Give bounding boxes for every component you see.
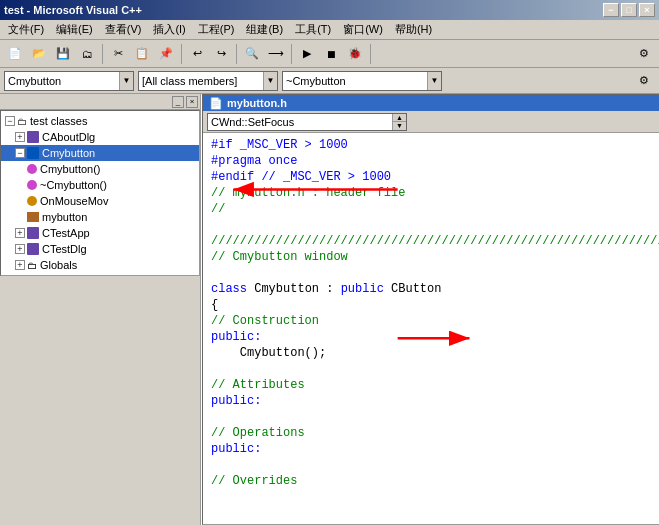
- file-dropdown-value: ~Cmybutton: [283, 75, 427, 87]
- panel-close-btn[interactable]: ×: [186, 96, 198, 108]
- tree-item-globals[interactable]: + 🗀 Globals: [1, 257, 199, 273]
- class-tree-panel: − 🗀 test classes + CAboutDlg − Cmybutton: [0, 110, 200, 276]
- title-bar: test - Microsoft Visual C++ − □ ×: [0, 0, 659, 20]
- code-container: #if _MSC_VER > 1000#pragma once#endif //…: [203, 133, 659, 524]
- panel-min-btn[interactable]: _: [172, 96, 184, 108]
- menu-tools[interactable]: 工具(T): [289, 20, 337, 39]
- root-folder-icon: 🗀: [17, 116, 27, 127]
- stop-button[interactable]: ⏹: [320, 43, 342, 65]
- menu-window[interactable]: 窗口(W): [337, 20, 389, 39]
- menu-file[interactable]: 文件(F): [2, 20, 50, 39]
- root-expand-icon[interactable]: −: [5, 116, 15, 126]
- code-editor[interactable]: #if _MSC_VER > 1000#pragma once#endif //…: [203, 133, 659, 524]
- debug-button[interactable]: 🐞: [344, 43, 366, 65]
- code-line-14: Cmybutton();: [211, 345, 659, 361]
- member-dropdown-arrow[interactable]: ▼: [263, 72, 277, 90]
- tree-root-label: test classes: [30, 115, 87, 127]
- new-button[interactable]: 📄: [4, 43, 26, 65]
- code-line-21: [211, 457, 659, 473]
- menu-view[interactable]: 查看(V): [99, 20, 148, 39]
- config-button[interactable]: ⚙: [633, 43, 655, 65]
- find-button[interactable]: 🔍: [241, 43, 263, 65]
- minimize-button[interactable]: −: [603, 3, 619, 17]
- editor-method-toolbar: CWnd::SetFocus ▲ ▼: [203, 111, 659, 133]
- tree-item-ctestdlg[interactable]: + CTestDlg: [1, 241, 199, 257]
- tree-label-cmybutton: Cmybutton: [42, 147, 95, 159]
- class-dropdown-arrow[interactable]: ▼: [119, 72, 133, 90]
- code-line-13: public:: [211, 329, 659, 345]
- member-dropdown[interactable]: [All class members] ▼: [138, 71, 278, 91]
- tree-item-cmybutton[interactable]: − Cmybutton: [1, 145, 199, 161]
- tree-item-cmybutton-destructor[interactable]: ~Cmybutton(): [1, 177, 199, 193]
- tree-root[interactable]: − 🗀 test classes: [1, 113, 199, 129]
- tree-item-onmousemov[interactable]: OnMouseMov: [1, 193, 199, 209]
- class-toolbar: Cmybutton ▼ [All class members] ▼ ~Cmybu…: [0, 68, 659, 94]
- separator-2: [181, 44, 182, 64]
- code-line-17: public:: [211, 393, 659, 409]
- paste-button[interactable]: 📌: [155, 43, 177, 65]
- tree-label-caboutdlg: CAboutDlg: [42, 131, 95, 143]
- tree-item-cmybutton-constructor[interactable]: Cmybutton(): [1, 161, 199, 177]
- constructor-func-icon: [27, 164, 37, 174]
- window-title: test - Microsoft Visual C++: [4, 4, 603, 16]
- method-dropdown[interactable]: CWnd::SetFocus ▲ ▼: [207, 113, 407, 131]
- ctestapp-expand-icon[interactable]: +: [15, 228, 25, 238]
- copy-button[interactable]: 📋: [131, 43, 153, 65]
- method-down-arrow[interactable]: ▼: [393, 122, 406, 130]
- code-line-1: #if _MSC_VER > 1000: [211, 137, 659, 153]
- main-toolbar: 📄 📂 💾 🗂 ✂ 📋 📌 ↩ ↪ 🔍 ⟶ ▶ ⏹ 🐞 ⚙: [0, 40, 659, 68]
- cut-button[interactable]: ✂: [107, 43, 129, 65]
- menu-edit[interactable]: 编辑(E): [50, 20, 99, 39]
- class-dropdown-value: Cmybutton: [5, 75, 119, 87]
- globals-folder-icon: 🗀: [27, 260, 37, 271]
- code-line-6: [211, 217, 659, 233]
- close-button[interactable]: ×: [639, 3, 655, 17]
- tree-label-destructor: ~Cmybutton(): [40, 179, 107, 191]
- build-button[interactable]: ▶: [296, 43, 318, 65]
- member-dropdown-value: [All class members]: [139, 75, 263, 87]
- caboutdlg-class-icon: [27, 131, 39, 143]
- cmybutton-expand-icon[interactable]: −: [15, 148, 25, 158]
- tree-item-mybutton[interactable]: mybutton: [1, 209, 199, 225]
- tree-label-onmousemov: OnMouseMov: [40, 195, 108, 207]
- tree-label-mybutton: mybutton: [42, 211, 87, 223]
- menu-help[interactable]: 帮助(H): [389, 20, 438, 39]
- file-dropdown-arrow[interactable]: ▼: [427, 72, 441, 90]
- code-line-3: #endif // _MSC_VER > 1000: [211, 169, 659, 185]
- findnext-button[interactable]: ⟶: [265, 43, 287, 65]
- globals-expand-icon[interactable]: +: [15, 260, 25, 270]
- menu-insert[interactable]: 插入(I): [147, 20, 191, 39]
- code-line-19: // Operations: [211, 425, 659, 441]
- maximize-button[interactable]: □: [621, 3, 637, 17]
- redo-button[interactable]: ↪: [210, 43, 232, 65]
- ctestdlg-expand-icon[interactable]: +: [15, 244, 25, 254]
- method-up-arrow[interactable]: ▲: [393, 114, 406, 123]
- open-button[interactable]: 📂: [28, 43, 50, 65]
- panel-titlebar: _ ×: [0, 94, 200, 110]
- code-line-22: // Overrides: [211, 473, 659, 489]
- code-line-5: //: [211, 201, 659, 217]
- tree-label-ctestapp: CTestApp: [42, 227, 90, 239]
- tree-item-ctestapp[interactable]: + CTestApp: [1, 225, 199, 241]
- caboutdlg-expand-icon[interactable]: +: [15, 132, 25, 142]
- undo-button[interactable]: ↩: [186, 43, 208, 65]
- save-all-button[interactable]: 🗂: [76, 43, 98, 65]
- code-line-4: // mybutton.h : header file: [211, 185, 659, 201]
- properties-button[interactable]: ⚙: [633, 70, 655, 92]
- menu-bar: 文件(F) 编辑(E) 查看(V) 插入(I) 工程(P) 组建(B) 工具(T…: [0, 20, 659, 40]
- editor-file-icon: 📄: [209, 97, 223, 110]
- class-tree: − 🗀 test classes + CAboutDlg − Cmybutton: [1, 111, 199, 275]
- code-line-11: {: [211, 297, 659, 313]
- code-line-7: ////////////////////////////////////////…: [211, 233, 659, 249]
- tree-label-globals: Globals: [40, 259, 77, 271]
- file-dropdown[interactable]: ~Cmybutton ▼: [282, 71, 442, 91]
- tree-label-constructor: Cmybutton(): [40, 163, 101, 175]
- destructor-func-icon: [27, 180, 37, 190]
- tree-item-caboutdlg[interactable]: + CAboutDlg: [1, 129, 199, 145]
- save-button[interactable]: 💾: [52, 43, 74, 65]
- class-dropdown[interactable]: Cmybutton ▼: [4, 71, 134, 91]
- menu-project[interactable]: 工程(P): [192, 20, 241, 39]
- menu-build[interactable]: 组建(B): [240, 20, 289, 39]
- code-line-10: class Cmybutton : public CButton: [211, 281, 659, 297]
- separator-4: [291, 44, 292, 64]
